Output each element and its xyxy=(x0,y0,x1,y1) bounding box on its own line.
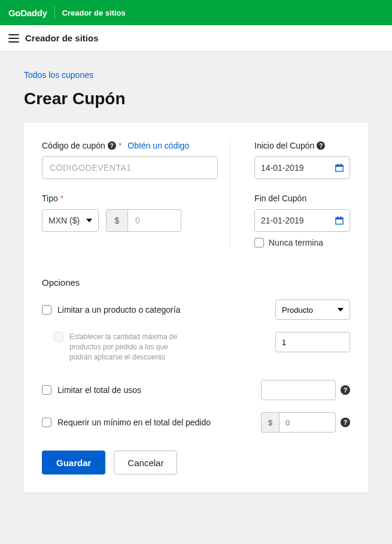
calendar-icon xyxy=(335,164,344,172)
type-label-text: Tipo xyxy=(42,194,58,203)
coupon-code-input[interactable] xyxy=(42,156,218,179)
product-name[interactable]: Creador de sitios xyxy=(54,7,126,19)
all-coupons-link[interactable]: Todos los cupones xyxy=(24,70,93,80)
required-mark: * xyxy=(60,194,63,203)
max-qty-checkbox[interactable] xyxy=(54,332,63,341)
help-icon[interactable]: ? xyxy=(108,141,116,150)
type-label: Tipo * xyxy=(42,194,218,203)
help-icon[interactable]: ? xyxy=(341,385,350,395)
limit-uses-checkbox[interactable] xyxy=(42,385,51,395)
end-label-text: Fin del Cupón xyxy=(254,194,306,203)
subnav-title: Creador de sitios xyxy=(25,33,99,43)
help-icon[interactable]: ? xyxy=(341,418,350,427)
limit-uses-label: Limitar el total de usos xyxy=(57,385,141,395)
svg-rect-7 xyxy=(341,216,342,219)
never-ends-label: Nunca termina xyxy=(269,238,323,247)
svg-rect-1 xyxy=(336,165,343,167)
get-code-link[interactable]: Obtén un código xyxy=(127,141,189,150)
start-date-value: 14-01-2019 xyxy=(261,163,304,173)
require-min-checkbox[interactable] xyxy=(42,418,51,427)
code-label-text: Código de cupón xyxy=(42,141,105,150)
brand-logo[interactable]: GoDaddy xyxy=(8,8,47,18)
min-total-input[interactable] xyxy=(279,412,336,433)
calendar-icon xyxy=(335,216,344,225)
menu-icon[interactable] xyxy=(8,34,19,43)
form-card: Código de cupón ? * Obtén un código Tipo… xyxy=(24,123,368,492)
sub-nav: Creador de sitios xyxy=(0,25,392,52)
currency-select[interactable]: MXN ($) xyxy=(42,209,99,232)
limit-product-select[interactable]: Producto xyxy=(275,300,350,320)
required-mark: * xyxy=(118,141,121,150)
limit-product-checkbox[interactable] xyxy=(42,305,51,315)
end-date-input[interactable]: 21-01-2019 xyxy=(254,209,350,232)
max-qty-input[interactable] xyxy=(275,332,350,352)
limit-uses-input[interactable] xyxy=(261,380,336,400)
max-qty-label: Establecer la cantidad máxima de product… xyxy=(69,332,189,362)
svg-rect-6 xyxy=(338,216,339,219)
limit-product-label: Limitar a un producto o categoría xyxy=(57,305,180,315)
amount-input[interactable] xyxy=(127,209,181,232)
save-button[interactable]: Guardar xyxy=(42,451,105,475)
require-min-label: Requerir un mínimo en el total del pedid… xyxy=(57,418,211,427)
min-prefix: $ xyxy=(261,412,279,433)
top-bar: GoDaddy Creador de sitios xyxy=(0,0,392,25)
currency-prefix: $ xyxy=(106,209,127,232)
content: Todos los cupones Crear Cupón Código de … xyxy=(0,52,392,516)
start-label: Inicio del Cupón ? xyxy=(254,141,350,150)
end-label: Fin del Cupón xyxy=(254,194,350,203)
end-date-value: 21-01-2019 xyxy=(261,216,304,225)
svg-rect-5 xyxy=(336,218,343,220)
options-title: Opciones xyxy=(42,277,350,288)
start-label-text: Inicio del Cupón xyxy=(254,141,314,150)
never-ends-checkbox[interactable] xyxy=(254,238,264,247)
code-label: Código de cupón ? * Obtén un código xyxy=(42,141,218,150)
start-date-input[interactable]: 14-01-2019 xyxy=(254,156,350,179)
page-title: Crear Cupón xyxy=(24,89,368,108)
svg-rect-2 xyxy=(338,164,339,166)
help-icon[interactable]: ? xyxy=(317,141,325,150)
cancel-button[interactable]: Cancelar xyxy=(114,451,177,475)
svg-rect-3 xyxy=(341,164,342,166)
